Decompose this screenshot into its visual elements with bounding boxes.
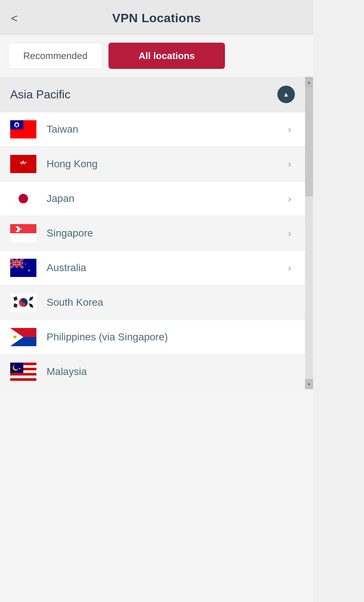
scrollbar[interactable]: ▲ ▼: [305, 77, 313, 389]
region-header[interactable]: Asia Pacific ▲: [0, 77, 305, 112]
region-title: Asia Pacific: [10, 88, 70, 101]
back-button[interactable]: <: [11, 12, 18, 24]
country-list: Taiwan › Hong Kong ›: [0, 112, 305, 389]
country-name-singapore: Singapore: [47, 227, 288, 240]
chevron-icon: ›: [288, 193, 291, 204]
list-item[interactable]: Japan ›: [0, 181, 305, 216]
scrollbar-thumb[interactable]: [305, 87, 313, 196]
list-item[interactable]: South Korea ›: [0, 285, 305, 320]
svg-rect-8: [10, 224, 36, 233]
svg-rect-52: [10, 378, 36, 381]
svg-point-55: [14, 364, 19, 370]
svg-point-6: [19, 194, 28, 203]
scrollbar-down-button[interactable]: ▼: [305, 379, 313, 389]
tab-recommended[interactable]: Recommended: [8, 43, 103, 69]
svg-rect-51: [10, 376, 36, 378]
collapse-button[interactable]: ▲: [277, 86, 295, 103]
singapore-flag: [10, 224, 36, 242]
country-name-australia: Australia: [47, 261, 288, 274]
list-item[interactable]: Malaysia: [0, 355, 305, 389]
scroll-up-arrow: ▲: [307, 80, 311, 84]
country-name-taiwan: Taiwan: [47, 123, 288, 136]
svg-rect-50: [10, 373, 36, 376]
list-item[interactable]: Hong Kong ›: [0, 147, 305, 181]
country-name-malaysia: Malaysia: [47, 365, 295, 378]
philippines-flag: [10, 328, 36, 346]
content-outer: Asia Pacific ▲: [0, 77, 313, 389]
collapse-icon: ▲: [283, 91, 289, 98]
tab-all-locations[interactable]: All locations: [108, 43, 225, 69]
chevron-icon: ›: [288, 228, 291, 239]
malaysia-flag: [10, 363, 36, 381]
country-name-hongkong: Hong Kong: [47, 157, 288, 171]
hongkong-flag: [10, 155, 36, 173]
svg-rect-4: [10, 155, 36, 173]
svg-rect-23: [16, 259, 17, 268]
list-item[interactable]: Australia ›: [0, 251, 305, 285]
country-name-philippines: Philippines (via Singapore): [47, 331, 295, 344]
country-name-southkorea: South Korea: [47, 296, 295, 309]
scroll-down-arrow: ▼: [307, 382, 311, 386]
page-title: VPN Locations: [112, 11, 201, 25]
scrollbar-up-button[interactable]: ▲: [305, 77, 313, 87]
japan-flag: [10, 189, 36, 208]
list-item[interactable]: Singapore ›: [0, 216, 305, 251]
southkorea-flag: [10, 293, 36, 312]
header: < VPN Locations: [0, 0, 313, 35]
country-name-japan: Japan: [47, 192, 288, 205]
list-item[interactable]: Taiwan ›: [0, 112, 305, 147]
list-item[interactable]: Philippines (via Singapore): [0, 320, 305, 355]
chevron-icon: ›: [288, 159, 291, 170]
australia-flag: [10, 259, 36, 277]
chevron-icon: ›: [288, 124, 291, 135]
tab-row: Recommended All locations: [0, 35, 313, 77]
taiwan-flag: [10, 120, 36, 138]
main-content: Asia Pacific ▲: [0, 77, 305, 389]
chevron-icon: ›: [288, 262, 291, 274]
